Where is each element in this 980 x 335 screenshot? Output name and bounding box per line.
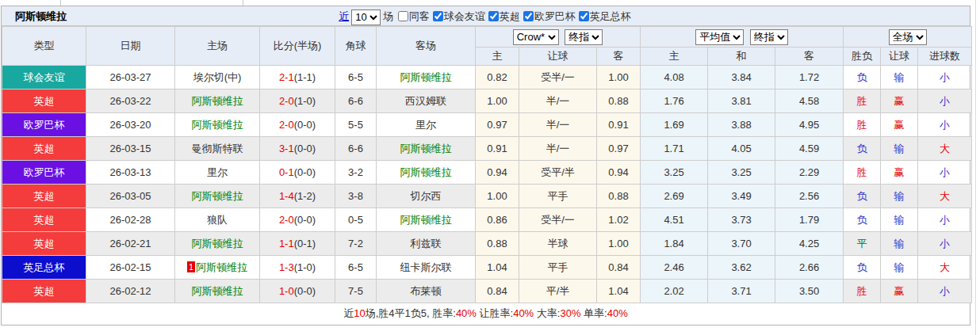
- home-team[interactable]: 阿斯顿维拉: [175, 232, 260, 256]
- odds-away: 0.88: [597, 89, 641, 113]
- odds-group-header: Crow* 终指: [476, 27, 641, 48]
- competition-checkbox-premier-league[interactable]: [488, 11, 499, 21]
- home-team[interactable]: 曼彻斯特联: [175, 137, 260, 161]
- footer-segment: 10: [354, 307, 365, 319]
- result-outcome: 负: [844, 185, 881, 208]
- recent-matches-link[interactable]: 近: [339, 10, 349, 22]
- recent-count-select[interactable]: 10: [351, 10, 381, 25]
- competition-option-fa-cup[interactable]: 英足总杯: [577, 10, 631, 22]
- footer-segment: 30%: [560, 307, 580, 319]
- sub-header-odds-home: 主: [476, 48, 519, 66]
- footer-segment: 让胜率:: [477, 307, 513, 319]
- odds-stage-select-1[interactable]: 终指: [565, 29, 603, 45]
- away-team[interactable]: 西汉姆联: [377, 89, 476, 113]
- home-team[interactable]: 阿斯顿维拉: [175, 89, 260, 113]
- score-cell: 1-3(1-0): [260, 256, 335, 280]
- home-team[interactable]: 狼队: [175, 208, 260, 232]
- away-team[interactable]: 阿斯顿维拉: [377, 161, 476, 185]
- footer-segment: 单率:: [580, 307, 607, 319]
- away-team[interactable]: 阿斯顿维拉: [377, 137, 476, 161]
- footer-segment: 40%: [607, 307, 628, 319]
- odds-away: 0.84: [597, 256, 641, 280]
- away-team-name: 阿斯顿维拉: [400, 166, 452, 178]
- away-team-name: 阿斯顿维拉: [400, 71, 452, 83]
- competition-badge: 英足总杯: [2, 256, 86, 280]
- average-group-header: 平均值 终指: [641, 27, 844, 48]
- result-outcome: 胜: [844, 89, 881, 113]
- competition-option-friendly[interactable]: 球会友谊: [431, 10, 485, 22]
- odds-away: 1.02: [597, 208, 641, 232]
- home-team[interactable]: 阿斯顿维拉: [175, 280, 260, 303]
- score-cell: 2-0(0-0): [260, 208, 335, 232]
- avg-draw-odds: 3.49: [708, 185, 775, 208]
- competition-option-europa-league[interactable]: 欧罗巴杯: [522, 10, 576, 22]
- col-header-away: 客场: [377, 27, 476, 66]
- match-date: 26-03-20: [86, 113, 175, 137]
- half-time-score: (0-1): [294, 238, 316, 249]
- away-team[interactable]: 阿斯顿维拉: [377, 66, 476, 89]
- home-team[interactable]: 阿斯顿维拉: [175, 113, 260, 137]
- odds-away: 1.00: [597, 232, 641, 256]
- result-handicap: 输: [881, 256, 918, 280]
- avg-draw-odds: 4.05: [708, 137, 775, 161]
- away-team[interactable]: 布莱顿: [377, 280, 476, 303]
- same-away-option[interactable]: 同客: [396, 10, 430, 22]
- home-team[interactable]: 里尔: [175, 161, 260, 185]
- odds-home: 0.88: [476, 232, 519, 256]
- odds-stage-select-2[interactable]: 终指: [750, 29, 788, 45]
- col-header-type: 类型: [2, 27, 86, 66]
- average-select[interactable]: 平均值: [695, 29, 744, 45]
- competition-badge: 英超: [2, 208, 86, 232]
- home-team[interactable]: 埃尔切(中): [175, 66, 260, 89]
- avg-draw-odds: 3.73: [708, 208, 775, 232]
- sub-header-avg-away: 客: [775, 48, 844, 66]
- competition-checkbox-friendly[interactable]: [433, 11, 443, 21]
- odds-home: 0.84: [476, 280, 519, 303]
- competition-badge: 英超: [2, 137, 86, 161]
- result-goals: 小: [918, 280, 972, 303]
- home-team[interactable]: 阿斯顿维拉: [175, 185, 260, 208]
- filter-controls: 近10场 同客球会友谊英超欧罗巴杯英足总杯: [2, 6, 970, 26]
- home-team-name: 阿斯顿维拉: [192, 285, 243, 297]
- full-time-score: 2-0: [279, 119, 294, 131]
- away-team[interactable]: 利兹联: [377, 232, 476, 256]
- home-team-name: 阿斯顿维拉: [192, 190, 243, 202]
- competition-badge: 英超: [2, 232, 86, 256]
- away-team-name: 纽卡斯尔联: [400, 261, 452, 273]
- corner-score: 3-2: [335, 161, 377, 185]
- result-outcome: 负: [844, 208, 881, 232]
- half-time-score: (1-1): [294, 71, 316, 83]
- score-cell: 2-1(1-1): [260, 66, 335, 89]
- result-handicap: 赢: [881, 89, 918, 113]
- col-header-score: 比分(半场): [260, 27, 335, 66]
- away-team-name: 西汉姆联: [405, 95, 446, 107]
- match-history-table: 类型 日期 主场 比分(半场) 角球 客场 Crow* 终指 平均值 终指: [2, 26, 972, 303]
- home-team[interactable]: 1阿斯顿维拉: [175, 256, 260, 280]
- away-team-name: 布莱顿: [411, 285, 442, 297]
- away-team-name: 阿斯顿维拉: [400, 143, 452, 154]
- match-row: 球会友谊 26-03-27 埃尔切(中) 2-1(1-1) 6-5 阿斯顿维拉 …: [2, 66, 972, 89]
- away-team[interactable]: 纽卡斯尔联: [377, 256, 476, 280]
- match-date: 26-03-05: [86, 185, 175, 208]
- odds-company-select[interactable]: Crow*: [513, 29, 559, 45]
- scope-select[interactable]: 全场: [889, 29, 927, 45]
- result-outcome: 负: [844, 66, 881, 89]
- away-team[interactable]: 里尔: [377, 113, 476, 137]
- divider: [60, 0, 61, 6]
- col-header-date: 日期: [86, 27, 175, 66]
- home-team-name: 阿斯顿维拉: [196, 261, 247, 273]
- competition-option-premier-league[interactable]: 英超: [487, 10, 520, 22]
- match-date: 26-02-21: [86, 232, 175, 256]
- match-date: 26-03-15: [86, 137, 175, 161]
- away-team[interactable]: 切尔西: [377, 185, 476, 208]
- score-cell: 0-1(0-0): [260, 161, 335, 185]
- competition-checkbox-europa-league[interactable]: [523, 11, 534, 21]
- same-away-checkbox[interactable]: [398, 11, 408, 21]
- competition-checkbox-fa-cup[interactable]: [579, 11, 589, 21]
- avg-home-odds: 1.71: [641, 137, 708, 161]
- result-handicap: 输: [881, 208, 918, 232]
- footer-segment: 40%: [513, 307, 534, 319]
- odds-handicap: 平手: [519, 185, 597, 208]
- away-team[interactable]: 阿斯顿维拉: [377, 208, 476, 232]
- avg-draw-odds: 3.81: [708, 89, 775, 113]
